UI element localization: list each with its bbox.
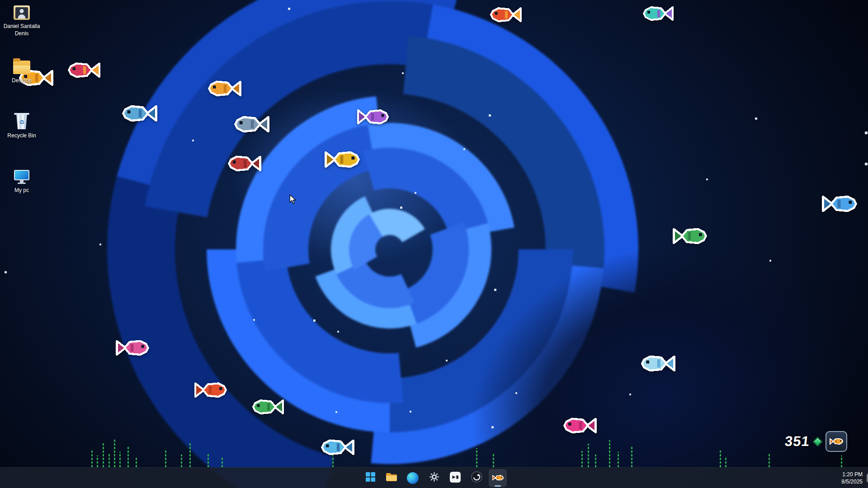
seaweed: [618, 452, 619, 467]
bubble: [335, 411, 337, 413]
bubble: [313, 319, 316, 322]
seaweed: [493, 454, 494, 467]
desktop-icon-recycle-bin[interactable]: ♻ Recycle Bin: [0, 115, 43, 140]
monitor-icon: [14, 170, 29, 184]
recycle-bin-icon: ♻: [15, 115, 28, 129]
gem-icon: [813, 436, 822, 446]
aquarium-fish-badge[interactable]: [826, 431, 847, 452]
bubble: [415, 192, 416, 194]
seaweed: [476, 448, 477, 467]
seaweed: [720, 449, 721, 467]
seaweed: [769, 454, 770, 467]
fish[interactable]: [821, 192, 858, 215]
seaweed: [136, 456, 137, 467]
seaweed: [609, 440, 610, 467]
fish[interactable]: [67, 60, 101, 80]
bubble: [755, 117, 757, 120]
seaweed: [189, 442, 191, 467]
taskbar: 1:20 PM 8/5/2025: [0, 467, 868, 488]
fish[interactable]: [320, 436, 355, 458]
seaweed: [725, 456, 726, 467]
aquarium-score: 351: [785, 430, 847, 453]
fish[interactable]: [193, 380, 228, 400]
fish[interactable]: [121, 102, 158, 125]
fish[interactable]: [672, 225, 708, 247]
seaweed: [222, 456, 223, 467]
score-value: 351: [784, 433, 811, 450]
folder-icon: [386, 472, 397, 484]
seaweed: [631, 446, 632, 467]
seaweed: [581, 451, 583, 467]
fish[interactable]: [324, 148, 361, 171]
desktop-icon-desktop-folder[interactable]: Desktop: [0, 61, 43, 84]
user-account-icon: [14, 5, 30, 20]
wallpaper-bloom: [0, 0, 868, 488]
fish[interactable]: [115, 337, 150, 359]
bubble: [99, 244, 101, 245]
file-explorer-button[interactable]: [382, 469, 401, 487]
taskbar-center-group: [361, 469, 507, 487]
mouse-cursor: [289, 194, 296, 206]
fish[interactable]: [233, 113, 270, 136]
seaweed: [103, 442, 104, 467]
fish[interactable]: [489, 5, 523, 25]
bubble: [489, 114, 491, 117]
seaweed: [165, 450, 166, 467]
seaweed: [108, 454, 110, 467]
seaweed: [97, 455, 98, 467]
bubble: [463, 148, 465, 150]
seaweed: [127, 446, 129, 467]
edge-button[interactable]: [404, 469, 422, 487]
bubble: [253, 319, 255, 321]
bubble: [288, 8, 290, 10]
bubble: [706, 178, 708, 180]
fish[interactable]: [640, 352, 676, 375]
obs-studio-button[interactable]: [467, 469, 486, 487]
bubble: [192, 140, 194, 141]
desktop-icon-label: Recycle Bin: [7, 132, 36, 140]
tray-time: 1:20 PM: [842, 471, 863, 478]
desktop-icon-label: My pc: [14, 187, 29, 194]
bubble: [402, 72, 404, 74]
desktop-icon-my-pc[interactable]: My pc: [0, 170, 43, 194]
bubble: [400, 206, 402, 209]
seaweed: [595, 455, 596, 467]
fish[interactable]: [251, 397, 285, 417]
seaweed: [181, 455, 182, 467]
desktop-icon-user-folder[interactable]: Daniel Santalla Denis: [0, 5, 43, 37]
aquarium-fish-icon: [492, 474, 504, 482]
system-tray-clock[interactable]: 1:20 PM 8/5/2025: [841, 468, 863, 488]
fish[interactable]: [227, 153, 262, 174]
fish[interactable]: [642, 4, 675, 23]
bubble: [494, 289, 496, 291]
bubble: [491, 426, 494, 428]
seaweed: [841, 455, 842, 467]
bubble: [865, 131, 868, 134]
start-button[interactable]: [361, 469, 379, 487]
desktop-icon-label: Daniel Santalla Denis: [2, 23, 42, 37]
settings-button[interactable]: [425, 469, 443, 487]
seaweed: [114, 439, 115, 467]
gear-icon: [429, 472, 439, 484]
seaweed: [208, 453, 209, 467]
fish[interactable]: [562, 415, 598, 436]
seaweed: [588, 444, 589, 467]
bubble: [515, 392, 517, 394]
edge-icon: [407, 472, 419, 484]
capcut-button[interactable]: [446, 469, 464, 487]
fish[interactable]: [356, 107, 390, 127]
bubble: [410, 411, 411, 413]
seaweed: [119, 452, 121, 467]
aquarium-app-button[interactable]: [489, 469, 507, 487]
bubble: [5, 271, 7, 273]
windows-logo-icon: [366, 472, 375, 483]
bubble: [769, 260, 771, 262]
bubble: [865, 163, 868, 165]
bubble: [446, 360, 448, 361]
desktop-icon-label: Desktop: [12, 77, 32, 84]
obs-studio-icon: [471, 471, 482, 484]
capcut-icon: [450, 472, 461, 484]
fish[interactable]: [207, 78, 242, 99]
bubble: [629, 394, 631, 395]
tray-date: 8/5/2025: [841, 478, 863, 485]
